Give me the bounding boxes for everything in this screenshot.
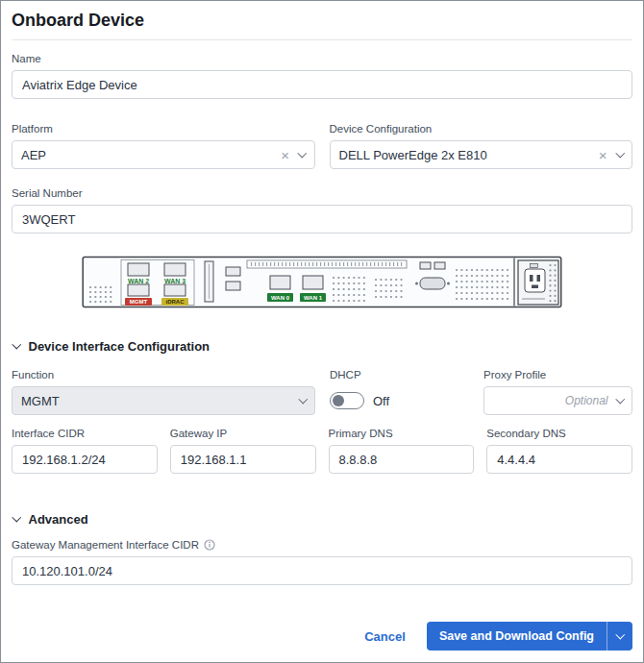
dhcp-control: Off — [330, 386, 469, 415]
gateway-ip-field-group: Gateway IP — [170, 428, 316, 474]
port-label-wan0: WAN 0 — [271, 295, 290, 301]
save-and-download-config-button[interactable]: Save and Download Config — [427, 622, 607, 651]
port-label-idrac: iDRAC — [166, 299, 186, 305]
gateway-mgmt-cidr-field-group: Gateway Management Interface CIDR — [12, 539, 632, 585]
port-label-wan3: WAN 3 — [164, 278, 186, 284]
dhcp-toggle[interactable] — [330, 392, 364, 409]
interface-cidr-input[interactable] — [12, 445, 158, 474]
dialog-footer: Cancel Save and Download Config — [12, 622, 632, 651]
cancel-button[interactable]: Cancel — [364, 629, 406, 644]
power-supply — [514, 258, 558, 307]
interface-config-row-2: Interface CIDR Gateway IP Primary DNS Se… — [12, 428, 632, 474]
primary-dns-field-group: Primary DNS — [329, 428, 475, 474]
chevron-down-icon[interactable] — [615, 148, 624, 157]
name-label: Name — [12, 53, 632, 64]
toggle-knob — [333, 395, 344, 406]
vent-strip — [247, 260, 407, 268]
proxy-profile-label: Proxy Profile — [483, 369, 632, 381]
name-input[interactable] — [12, 70, 632, 99]
gateway-ip-input[interactable] — [170, 445, 316, 474]
function-field-group: Function MGMT — [12, 369, 315, 415]
function-select[interactable]: MGMT — [12, 386, 315, 415]
platform-selected-value: AEP — [21, 148, 46, 162]
platform-row: Platform AEP × Device Configuration DELL… — [12, 123, 632, 169]
interface-config-row-1: Function MGMT DHCP Off Proxy Profile Opt… — [12, 369, 632, 415]
serial-number-field-group: Serial Number — [12, 187, 632, 233]
secondary-dns-label: Secondary DNS — [486, 428, 632, 439]
secondary-dns-field-group: Secondary DNS — [486, 428, 632, 474]
function-selected-value: MGMT — [21, 394, 60, 408]
function-label: Function — [12, 369, 315, 381]
chevron-down-icon — [615, 394, 624, 403]
primary-dns-input[interactable] — [329, 445, 475, 474]
chevron-down-icon[interactable] — [298, 148, 307, 157]
dhcp-field-group: DHCP Off — [330, 369, 469, 415]
gateway-mgmt-cidr-label: Gateway Management Interface CIDR — [12, 539, 199, 551]
riser-slot — [205, 261, 213, 302]
interface-cidr-field-group: Interface CIDR — [12, 428, 158, 474]
clear-icon[interactable]: × — [599, 148, 607, 162]
clear-icon[interactable]: × — [281, 148, 289, 162]
page-title: Onboard Device — [12, 9, 632, 40]
gateway-mgmt-cidr-input[interactable] — [12, 556, 632, 585]
interface-cidr-label: Interface CIDR — [12, 428, 158, 439]
collapse-caret-icon — [12, 339, 21, 348]
device-configuration-field-group: Device Configuration DELL PowerEdge 2x E… — [330, 123, 633, 169]
save-options-dropdown-button[interactable] — [607, 622, 632, 651]
device-configuration-select-icons: × — [599, 148, 623, 162]
port-label-wan2: WAN 2 — [128, 278, 149, 284]
primary-dns-label: Primary DNS — [329, 428, 475, 439]
section-title: Advanced — [29, 512, 88, 527]
name-field-group: Name — [12, 53, 632, 99]
serial-number-label: Serial Number — [12, 187, 632, 199]
secondary-dns-input[interactable] — [486, 445, 632, 474]
proxy-profile-placeholder: Optional — [565, 394, 608, 407]
platform-select-icons: × — [281, 148, 305, 162]
section-advanced[interactable]: Advanced — [12, 512, 632, 527]
dhcp-label: DHCP — [330, 369, 469, 381]
device-configuration-select[interactable]: DELL PowerEdge 2x E810 × — [330, 140, 633, 169]
platform-field-group: Platform AEP × — [12, 123, 315, 169]
collapse-caret-icon — [12, 512, 21, 521]
port-label-wan1: WAN 1 — [304, 295, 323, 301]
onboard-device-dialog: Onboard Device Name Platform AEP × Devic… — [0, 0, 644, 663]
gateway-mgmt-cidr-label-row: Gateway Management Interface CIDR — [12, 539, 632, 551]
info-icon[interactable] — [204, 539, 215, 551]
chevron-down-icon — [298, 394, 307, 403]
proxy-profile-select[interactable]: Optional — [483, 386, 632, 415]
port-label-mgmt: MGMT — [130, 299, 148, 305]
gateway-ip-label: Gateway IP — [170, 428, 316, 439]
platform-select[interactable]: AEP × — [12, 140, 315, 169]
serial-number-input[interactable] — [12, 205, 632, 233]
save-split-button: Save and Download Config — [427, 622, 632, 651]
proxy-profile-field-group: Proxy Profile Optional — [483, 369, 632, 415]
section-title: Device Interface Configuration — [29, 339, 211, 354]
device-configuration-selected-value: DELL PowerEdge 2x E810 — [339, 148, 487, 162]
chevron-down-icon — [615, 630, 624, 639]
device-configuration-label: Device Configuration — [330, 123, 633, 135]
dhcp-state-label: Off — [373, 394, 389, 408]
device-rear-panel-image: WAN 2 WAN 3 MGMT iDRAC WAN 0 — [82, 255, 562, 310]
proxy-profile-select-icons: Optional — [565, 394, 623, 407]
section-device-interface-configuration[interactable]: Device Interface Configuration — [12, 339, 632, 354]
platform-label: Platform — [12, 123, 315, 135]
